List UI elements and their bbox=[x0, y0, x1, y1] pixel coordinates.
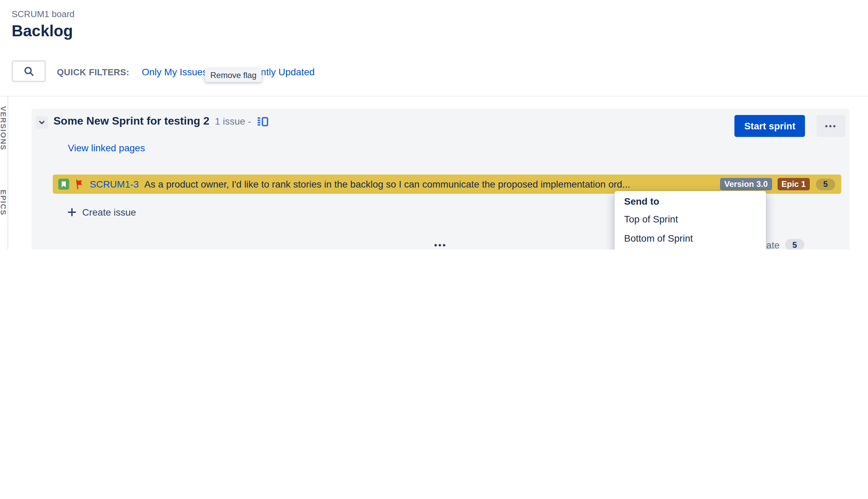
side-rail: VERSIONS EPICS bbox=[0, 97, 8, 250]
chevron-down-icon bbox=[38, 119, 46, 126]
search-icon bbox=[23, 66, 34, 77]
rail-versions-tab[interactable]: VERSIONS bbox=[0, 106, 8, 150]
sprint-name: Some New Sprint for testing 2 bbox=[53, 115, 209, 127]
header-divider bbox=[0, 96, 868, 97]
menu-item-top-of-backlog[interactable]: Top of Backlog bbox=[615, 248, 766, 250]
issue-context-menu: Send to Top of Sprint Bottom of Sprint T… bbox=[615, 191, 766, 250]
epic-badge: Epic 1 bbox=[777, 178, 810, 190]
flag-icon bbox=[75, 179, 84, 189]
view-linked-pages-link[interactable]: View linked pages bbox=[68, 142, 145, 153]
backlog-page: SCRUM1 board Backlog QUICK FILTERS: Only… bbox=[0, 0, 868, 250]
plus-icon bbox=[67, 207, 77, 217]
sprint-more-button[interactable]: ••• bbox=[817, 115, 845, 137]
search-input[interactable] bbox=[12, 60, 46, 82]
issue-summary: As a product owner, I'd like to rank sto… bbox=[144, 179, 715, 190]
sprint-collapse-button[interactable] bbox=[36, 117, 48, 129]
quick-filters-label: QUICK FILTERS: bbox=[57, 67, 130, 77]
menu-item-bottom-of-sprint[interactable]: Bottom of Sprint bbox=[615, 229, 766, 248]
create-issue-label: Create issue bbox=[82, 207, 136, 218]
issue-key-link[interactable]: SCRUM1-3 bbox=[90, 179, 139, 190]
story-icon bbox=[58, 179, 69, 190]
menu-header-send-to: Send to bbox=[615, 193, 766, 209]
estimate-pill[interactable]: 5 bbox=[816, 178, 835, 190]
breadcrumb[interactable]: SCRUM1 board bbox=[12, 9, 75, 19]
filter-only-my-issues[interactable]: Only My Issues bbox=[142, 66, 207, 77]
remove-flag-tooltip: Remove flag bbox=[205, 69, 262, 82]
rail-epics-tab[interactable]: EPICS bbox=[0, 190, 8, 216]
version-badge: Version 3.0 bbox=[721, 178, 772, 190]
create-issue-button[interactable]: Create issue bbox=[67, 207, 136, 218]
linked-pages-icon[interactable] bbox=[257, 116, 268, 126]
estimate-total-pill: 5 bbox=[785, 239, 804, 250]
start-sprint-button[interactable]: Start sprint bbox=[735, 115, 805, 137]
page-title: Backlog bbox=[12, 22, 73, 40]
menu-item-top-of-sprint[interactable]: Top of Sprint bbox=[615, 209, 766, 229]
sprint-issue-count: 1 issue - bbox=[215, 116, 251, 126]
